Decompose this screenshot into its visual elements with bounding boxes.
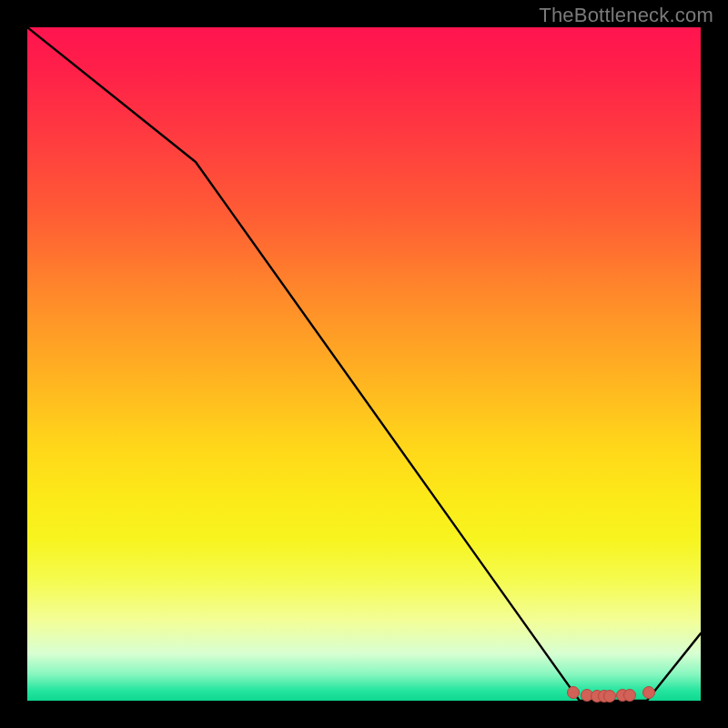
watermark-text: TheBottleneck.com bbox=[539, 4, 713, 27]
chart-frame: TheBottleneck.com bbox=[0, 0, 728, 728]
plot-area bbox=[27, 27, 701, 701]
optimal-marker bbox=[567, 686, 580, 699]
optimal-marker bbox=[603, 690, 616, 703]
optimal-marker bbox=[623, 689, 636, 702]
optimal-marker bbox=[642, 686, 655, 699]
optimal-range-markers bbox=[27, 27, 701, 701]
